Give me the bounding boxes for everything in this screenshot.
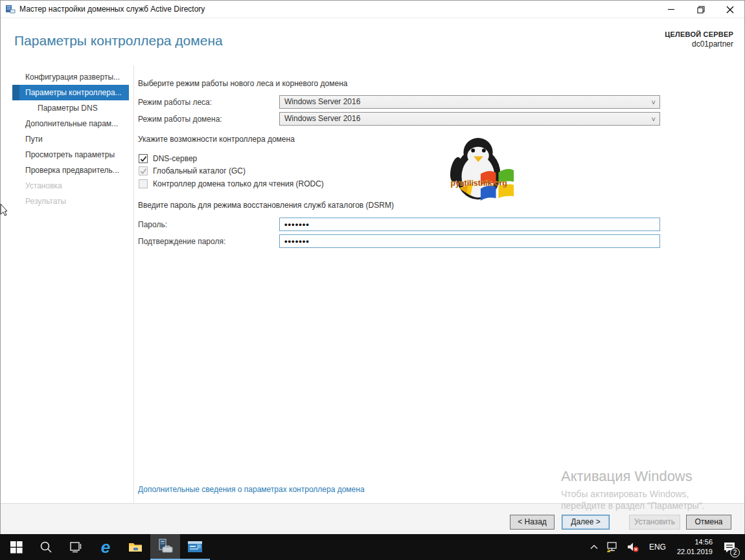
more-info-link[interactable]: Дополнительные сведения о параметрах кон… [138, 485, 365, 494]
start-button[interactable] [1, 534, 31, 560]
mouse-cursor [0, 203, 7, 218]
global-catalog-checkbox [139, 166, 148, 175]
forest-mode-value: Windows Server 2016 [284, 97, 360, 106]
windows-start-icon [10, 541, 23, 554]
titlebar: Мастер настройки доменных служб Active D… [1, 1, 744, 18]
back-button[interactable]: < Назад [510, 515, 555, 530]
domain-mode-label: Режим работы домена: [138, 115, 222, 124]
action-center-button[interactable]: 2 [718, 534, 745, 560]
capabilities-heading: Укажите возможности контроллера домена [138, 135, 295, 144]
volume-button[interactable] [623, 534, 643, 560]
search-button[interactable] [31, 534, 61, 560]
activation-line2: Чтобы активировать Windows, [561, 489, 705, 499]
server-manager-icon [157, 539, 174, 554]
checkmark-icon [140, 155, 147, 162]
logo-text: pyatilistnik.org [450, 179, 507, 188]
sidebar-item-deployment-configuration[interactable]: Конфигурация разверты... [1, 69, 133, 85]
volume-muted-icon [626, 541, 639, 553]
forest-domain-mode-heading: Выберите режим работы нового леса и корн… [138, 79, 347, 88]
chevron-up-icon [590, 544, 598, 550]
cancel-button[interactable]: Отмена [686, 515, 731, 530]
dns-server-checkbox-row: DNS-сервер [139, 153, 197, 164]
chevron-down-icon: ˅ [652, 113, 656, 126]
password-input[interactable]: ••••••• [279, 218, 660, 231]
file-explorer-icon [128, 541, 143, 553]
domain-mode-select[interactable]: Windows Server 2016 ˅ [279, 112, 660, 126]
activation-line1: Активация Windows [561, 468, 705, 485]
notification-badge: 2 [730, 548, 740, 557]
target-server-info: ЦЕЛЕВОЙ СЕРВЕР dc01partner [665, 30, 733, 49]
wizard-window: Мастер настройки доменных служб Active D… [0, 0, 745, 534]
clock-date: 22.01.2019 [677, 547, 713, 557]
wizard-app-icon [5, 4, 16, 14]
forest-mode-select[interactable]: Windows Server 2016 ˅ [279, 95, 660, 109]
clock-time: 14:56 [677, 537, 713, 547]
pyatilistnik-penguin-logo: pyatilistnik.org [445, 135, 515, 205]
system-tray: ENG 14:56 22.01.2019 2 [586, 534, 745, 560]
server-manager-button[interactable] [150, 534, 180, 560]
chevron-down-icon: ˅ [652, 96, 656, 109]
network-status-button[interactable] [602, 534, 623, 560]
restore-button[interactable] [686, 1, 715, 18]
password-label: Пароль: [138, 220, 167, 229]
taskbar: e [0, 534, 745, 560]
sidebar-item-results: Результаты [1, 194, 133, 209]
sidebar-item-dns-options[interactable]: Параметры DNS [1, 100, 133, 116]
internet-explorer-button[interactable]: e [91, 534, 120, 560]
desktop-screen: Мастер настройки доменных служб Active D… [0, 0, 745, 560]
domain-mode-value: Windows Server 2016 [284, 114, 360, 123]
wizard-steps-nav: Конфигурация разверты... Параметры контр… [1, 69, 133, 209]
ad-wizard-taskbar-button[interactable] [180, 534, 210, 560]
sidebar-item-installation: Установка [1, 178, 133, 194]
network-warning-icon [606, 541, 619, 553]
target-server-label: ЦЕЛЕВОЙ СЕРВЕР [665, 30, 733, 38]
confirm-password-label: Подтверждение пароля: [138, 237, 225, 246]
search-icon [40, 541, 52, 554]
sidebar-item-label: Параметры контроллера... [25, 88, 122, 97]
sidebar-item-review-options[interactable]: Просмотреть параметры [1, 147, 133, 162]
minimize-icon [668, 6, 675, 13]
dns-server-checkbox-label: DNS-сервер [153, 154, 197, 163]
next-button[interactable]: Далее > [562, 515, 610, 530]
sidebar-divider [133, 65, 134, 503]
close-icon [726, 6, 734, 14]
internet-explorer-icon: e [101, 539, 110, 555]
rodc-checkbox [139, 179, 148, 188]
close-button[interactable] [715, 1, 744, 18]
file-explorer-button[interactable] [120, 534, 150, 560]
sidebar-item-prerequisites-check[interactable]: Проверка предваритель... [1, 162, 133, 178]
forest-mode-label: Режим работы леса: [138, 98, 212, 107]
window-controls [657, 1, 744, 18]
rodc-checkbox-label: Контроллер домена только для чтения (ROD… [153, 179, 324, 188]
ad-wizard-window-icon [187, 541, 203, 553]
install-button: Установить [629, 515, 680, 530]
page-title: Параметры контроллера домена [14, 33, 223, 49]
target-server-name: dc01partner [665, 39, 733, 49]
sidebar-item-domain-controller-options[interactable]: Параметры контроллера... [12, 85, 129, 100]
global-catalog-checkbox-label: Глобальный каталог (GC) [153, 166, 246, 175]
language-indicator[interactable]: ENG [643, 534, 672, 560]
dns-server-checkbox[interactable] [139, 154, 148, 163]
global-catalog-checkbox-row: Глобальный каталог (GC) [139, 166, 246, 176]
tray-expand-button[interactable] [586, 534, 602, 560]
restore-icon [697, 6, 705, 14]
dsrm-heading: Введите пароль для режима восстановления… [138, 201, 394, 210]
sidebar-item-additional-options[interactable]: Дополнительные парам... [1, 116, 133, 131]
task-view-icon [69, 541, 82, 553]
rodc-checkbox-row: Контроллер домена только для чтения (ROD… [139, 179, 324, 189]
minimize-button[interactable] [657, 1, 686, 18]
clock[interactable]: 14:56 22.01.2019 [672, 537, 718, 557]
sidebar-item-paths[interactable]: Пути [1, 131, 133, 147]
checkmark-icon [140, 168, 147, 175]
task-view-button[interactable] [61, 534, 91, 560]
window-title: Мастер настройки доменных служб Active D… [19, 5, 205, 14]
confirm-password-input[interactable]: ••••••• [279, 234, 660, 248]
